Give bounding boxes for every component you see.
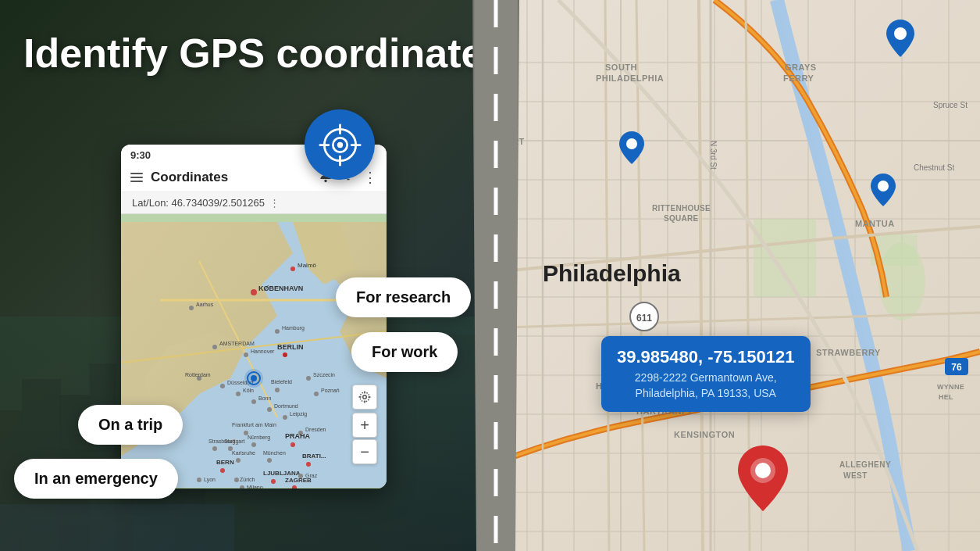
svg-point-53 (306, 376, 311, 381)
svg-text:München: München (263, 450, 286, 456)
map-container: SOUTH PHILADELPHIA GRAYS FERRY Spruce St… (480, 0, 980, 551)
coords-bar: Lat/Lon: 46.734039/2.501265 ⋮ (121, 192, 387, 214)
more-options-icon[interactable]: ⋮ (363, 169, 377, 186)
svg-text:KØBENHAVN: KØBENHAVN (258, 284, 303, 292)
svg-text:Aarhus: Aarhus (196, 302, 214, 307)
svg-point-47 (275, 388, 280, 392)
zoom-out-button[interactable]: − (352, 439, 377, 464)
tag-for-work: For work (351, 332, 458, 372)
svg-point-45 (251, 399, 256, 404)
svg-text:MANTUA: MANTUA (855, 219, 895, 228)
svg-text:Milano: Milano (247, 485, 263, 488)
svg-point-92 (363, 395, 367, 399)
svg-rect-8 (0, 504, 234, 551)
svg-rect-127 (754, 219, 816, 297)
svg-point-85 (298, 474, 303, 478)
tag-emergency: In an emergency (14, 459, 178, 499)
svg-point-37 (283, 352, 287, 357)
svg-text:Dortmund: Dortmund (274, 403, 298, 409)
coordinate-value: 39.985480, -75.150121 (617, 347, 795, 367)
svg-text:BERLIN: BERLIN (277, 343, 304, 351)
svg-text:FERRY: FERRY (783, 73, 814, 83)
svg-text:PHILADELPHIA: PHILADELPHIA (596, 73, 664, 83)
on-trip-label: On a trip (98, 416, 162, 433)
svg-text:Zürich: Zürich (240, 477, 255, 482)
svg-text:KENSINGTON: KENSINGTON (674, 430, 735, 439)
svg-point-79 (271, 479, 276, 484)
coords-text: Lat/Lon: 46.734039/2.501265 (132, 197, 265, 209)
svg-text:Rotterdam: Rotterdam (185, 372, 211, 377)
svg-point-31 (275, 329, 280, 334)
svg-text:Szczecin: Szczecin (313, 372, 335, 377)
europe-map-svg: KØBENHAVN Malmö Aarhus Hamburg AMSTERDAM… (121, 214, 387, 488)
svg-text:N 3rd St: N 3rd St (709, 141, 718, 170)
svg-text:Philadelphia: Philadelphia (543, 260, 681, 286)
svg-text:WEST: WEST (843, 471, 868, 480)
svg-point-71 (290, 442, 295, 447)
svg-text:Frankfurt am Main: Frankfurt am Main (232, 422, 276, 428)
svg-text:GRAYS: GRAYS (785, 63, 817, 72)
svg-text:76: 76 (951, 362, 962, 373)
svg-point-35 (244, 352, 248, 357)
gps-target-icon (305, 109, 375, 180)
svg-text:Karlsruhe: Karlsruhe (232, 450, 255, 456)
zoom-in-button[interactable]: + (352, 413, 377, 438)
svg-text:S 53rd St: S 53rd St (483, 242, 491, 275)
svg-text:HEL: HEL (939, 393, 953, 401)
svg-text:Dresden: Dresden (305, 427, 326, 432)
svg-text:Bonn: Bonn (258, 395, 271, 401)
for-work-label: For work (372, 343, 437, 360)
svg-point-91 (244, 369, 263, 388)
svg-text:Poznaň: Poznaň (321, 388, 340, 393)
svg-text:Leipzig: Leipzig (290, 411, 307, 417)
right-panel: SOUTH PHILADELPHIA GRAYS FERRY Spruce St… (480, 0, 980, 551)
svg-point-96 (337, 141, 342, 147)
svg-point-157 (878, 181, 889, 191)
svg-point-25 (251, 289, 257, 295)
svg-point-43 (236, 392, 241, 396)
svg-text:Spruce St: Spruce St (933, 101, 968, 109)
main-title: Identify GPS coordinates (23, 31, 506, 76)
address-line1: 2298-2222 Germantown Ave, (635, 371, 777, 384)
svg-text:Hamburg: Hamburg (282, 325, 305, 331)
svg-point-61 (251, 442, 256, 447)
for-research-label: For research (356, 288, 451, 306)
svg-point-73 (306, 462, 311, 467)
svg-point-29 (189, 306, 194, 310)
svg-text:Hannover: Hannover (251, 349, 275, 354)
svg-point-65 (236, 458, 241, 463)
svg-point-13 (324, 180, 326, 182)
current-location-button[interactable] (352, 385, 377, 410)
left-panel: Identify GPS coordinates 9:30 Coordinate… (0, 0, 515, 551)
svg-point-27 (290, 267, 295, 271)
svg-text:Köln: Köln (243, 388, 254, 393)
tag-for-research: For research (336, 277, 471, 317)
svg-text:AMSTERDAM: AMSTERDAM (219, 341, 255, 346)
coordinate-address: 2298-2222 Germantown Ave, Philadelphia, … (635, 371, 777, 399)
svg-point-77 (234, 478, 239, 482)
svg-text:BERN: BERN (216, 459, 234, 466)
svg-text:LJUBLJANA: LJUBLJANA (263, 470, 301, 477)
svg-text:611: 611 (636, 313, 652, 324)
philadelphia-map: SOUTH PHILADELPHIA GRAYS FERRY Spruce St… (480, 0, 980, 551)
zoom-controls: + − (352, 413, 377, 464)
svg-point-67 (212, 446, 217, 451)
svg-text:NSPORT: NSPORT (486, 137, 525, 146)
menu-icon[interactable] (130, 173, 143, 182)
svg-point-49 (267, 407, 272, 412)
coords-more[interactable]: ⋮ (269, 197, 280, 209)
svg-text:BRATI...: BRATI... (302, 453, 326, 460)
svg-point-155 (894, 27, 907, 40)
svg-point-69 (267, 458, 272, 463)
phone-map-area: KØBENHAVN Malmö Aarhus Hamburg AMSTERDAM… (121, 214, 387, 488)
svg-text:ALLEGHENY: ALLEGHENY (839, 460, 891, 469)
coordinate-popup: 39.985480, -75.150121 2298-2222 Germanto… (601, 336, 811, 412)
svg-text:Bielefeld: Bielefeld (271, 379, 292, 385)
svg-text:Nürnberg: Nürnberg (248, 435, 270, 441)
svg-text:Strasbourg: Strasbourg (208, 438, 235, 445)
svg-point-41 (220, 384, 225, 388)
svg-text:Chestnut St: Chestnut St (914, 163, 954, 172)
svg-point-51 (283, 415, 287, 420)
svg-point-55 (314, 392, 319, 396)
svg-text:PRAHA: PRAHA (285, 432, 311, 440)
